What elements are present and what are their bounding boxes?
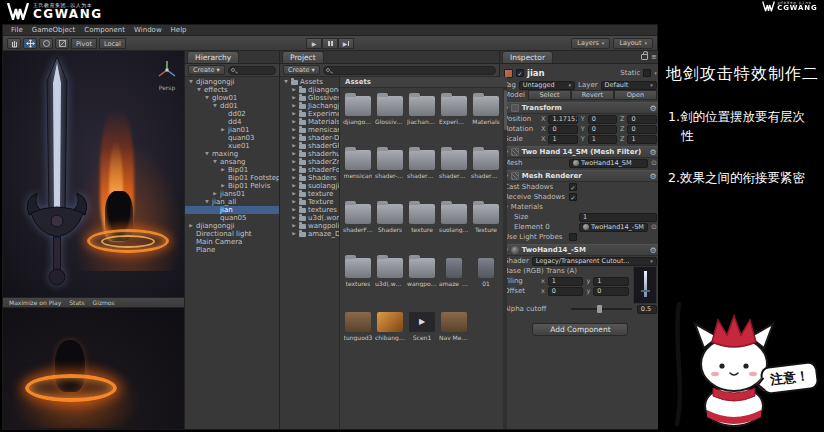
receive-shadows-checkbox[interactable]: ✓ xyxy=(569,193,577,201)
foldout-icon[interactable]: ▶ xyxy=(291,190,297,198)
y-field[interactable]: 1 xyxy=(588,135,617,144)
play-button[interactable]: ▶ xyxy=(306,38,322,49)
asset-item[interactable]: chibangna... xyxy=(375,308,405,360)
hierarchy-item[interactable]: ▼ effects xyxy=(185,86,279,94)
foldout-icon[interactable]: ▶ xyxy=(291,86,297,94)
asset-item[interactable]: Nav MeshA... xyxy=(439,308,469,360)
foldout-icon[interactable]: ▶ xyxy=(291,222,297,230)
hierarchy-item[interactable]: ▼ maxing xyxy=(185,150,279,158)
hierarchy-item[interactable]: quan05 xyxy=(185,214,279,222)
project-tree-item[interactable]: ▶ shaderGlo xyxy=(280,142,339,150)
project-tree-item[interactable]: ▶ JiachangjeG xyxy=(280,102,339,110)
asset-item[interactable]: shaderZme... xyxy=(471,146,501,198)
project-tree-item[interactable]: ▶ djiangongji xyxy=(280,86,339,94)
x-field[interactable]: 0 xyxy=(548,287,584,296)
hierarchy-item[interactable]: Main Camera xyxy=(185,238,279,246)
asset-item[interactable]: shader-Dis... xyxy=(375,146,405,198)
scrollbar[interactable] xyxy=(503,88,507,429)
y-field[interactable]: 0 xyxy=(593,287,629,296)
hierarchy-search-input[interactable] xyxy=(228,66,276,75)
project-tree-item[interactable]: ▶ shaderZme xyxy=(280,158,339,166)
object-picker-icon[interactable]: ⊙ xyxy=(651,159,657,167)
foldout-icon[interactable]: ▶ xyxy=(212,190,218,198)
model-button[interactable]: Open xyxy=(614,90,657,100)
asset-item[interactable]: mensican xyxy=(343,146,373,198)
transform-component-header[interactable]: ▼ Transform ⚙ xyxy=(500,102,661,114)
foldout-icon[interactable]: ▼ xyxy=(204,198,210,206)
alpha-cutoff-slider[interactable] xyxy=(571,308,632,310)
asset-item[interactable]: 01 xyxy=(471,254,501,306)
shader-dropdown[interactable]: Legacy/Transparent Cutout...▾ xyxy=(532,257,657,266)
foldout-icon[interactable]: ▶ xyxy=(291,94,297,102)
scene-view[interactable]: Persp xyxy=(3,51,184,297)
x-field[interactable]: 1.171512 xyxy=(548,115,577,124)
material-header[interactable]: ▼ TwoHand14_-SM ⚙ xyxy=(500,244,661,256)
hierarchy-item[interactable]: jian xyxy=(185,206,279,214)
asset-item[interactable]: texture xyxy=(407,200,437,252)
move-tool-button[interactable] xyxy=(23,38,37,49)
gear-icon[interactable]: ⚙ xyxy=(650,172,657,181)
project-tree-item[interactable]: ▶ textures xyxy=(280,206,339,214)
asset-item[interactable]: shaderForge xyxy=(343,200,373,252)
project-tree-item[interactable]: ▶ Materials xyxy=(280,118,339,126)
mesh-filter-component-header[interactable]: ▼ Two Hand 14_SM (Mesh Filter) ⚙ xyxy=(500,146,661,158)
project-tree-item[interactable]: ▶ shaderForge xyxy=(280,166,339,174)
foldout-icon[interactable]: ▶ xyxy=(291,182,297,190)
asset-item[interactable]: shaderhud... xyxy=(439,146,469,198)
foldout-icon[interactable]: ▶ xyxy=(291,230,297,238)
hierarchy-item[interactable]: Bip01 Footsteps xyxy=(185,174,279,182)
hierarchy-item[interactable]: dd4 xyxy=(185,118,279,126)
foldout-icon[interactable]: ▶ xyxy=(291,166,297,174)
hierarchy-item[interactable]: ▶ Bip01 xyxy=(185,166,279,174)
asset-item[interactable]: djiangongji xyxy=(343,92,373,144)
hand-tool-button[interactable] xyxy=(7,38,21,49)
rotate-tool-button[interactable] xyxy=(39,38,53,49)
hierarchy-item[interactable]: Plane xyxy=(185,246,279,254)
create-button[interactable]: Create▾ xyxy=(283,65,320,75)
menu-item[interactable]: File xyxy=(11,26,23,34)
tab-inspector[interactable]: Inspector xyxy=(502,51,553,63)
layout-dropdown[interactable]: Layout▾ xyxy=(613,38,653,49)
tag-dropdown[interactable]: Untagged▾ xyxy=(519,81,575,90)
foldout-icon[interactable]: ▶ xyxy=(291,198,297,206)
active-checkbox[interactable]: ✓ xyxy=(516,69,524,77)
asset-item[interactable]: textures xyxy=(343,254,373,306)
foldout-icon[interactable]: ▶ xyxy=(291,214,297,222)
step-button[interactable]: ▶ xyxy=(338,38,354,49)
foldout-icon[interactable]: ▶ xyxy=(291,142,297,150)
project-tree-item[interactable]: ▶ shader-Dis xyxy=(280,134,339,142)
foldout-icon[interactable]: ▶ xyxy=(291,206,297,214)
foldout-icon[interactable]: ▶ xyxy=(291,134,297,142)
game-toolbar-item[interactable]: Stats xyxy=(69,299,84,306)
asset-item[interactable]: Scen1 xyxy=(407,308,437,360)
menu-item[interactable]: Window xyxy=(134,26,162,34)
x-field[interactable]: 1 xyxy=(548,135,577,144)
cast-shadows-checkbox[interactable]: ✓ xyxy=(569,183,577,191)
asset-item[interactable]: Texture xyxy=(471,200,501,252)
project-tree-item[interactable]: ▶ amaze_Dr xyxy=(280,230,339,238)
hierarchy-item[interactable]: ▶ jians01 xyxy=(185,190,279,198)
menu-item[interactable]: GameObject xyxy=(32,26,76,34)
foldout-icon[interactable]: ▶ xyxy=(291,150,297,158)
mesh-object-field[interactable]: TwoHand14_SM xyxy=(569,159,648,168)
asset-item[interactable]: amaze_Dr... xyxy=(439,254,469,306)
asset-item[interactable]: ExperimeM... xyxy=(439,92,469,144)
foldout-icon[interactable]: ▶ xyxy=(220,182,226,190)
hierarchy-item[interactable]: ▶ jian01 xyxy=(185,126,279,134)
mesh-renderer-component-header[interactable]: ▼ Mesh Renderer ⚙ xyxy=(500,170,661,182)
project-tree-item[interactable]: ▶ Shaders xyxy=(280,174,339,182)
asset-item[interactable]: suolangjioh... xyxy=(439,200,469,252)
foldout-icon[interactable]: ▶ xyxy=(291,158,297,166)
z-field[interactable]: 0 xyxy=(627,115,656,124)
project-tree-item[interactable]: ▶ suolangjioh xyxy=(280,182,339,190)
gear-icon[interactable]: ⚙ xyxy=(650,148,657,157)
layers-dropdown[interactable]: Layers▾ xyxy=(571,38,610,49)
gear-icon[interactable]: ⚙ xyxy=(650,246,657,255)
foldout-icon[interactable]: ▼ xyxy=(283,78,289,86)
foldout-icon[interactable]: ▶ xyxy=(188,222,194,230)
materials-size-field[interactable]: 1 xyxy=(579,213,657,222)
hierarchy-item[interactable]: ▼ djiangongji xyxy=(185,78,279,86)
layer-dropdown[interactable]: Default▾ xyxy=(601,81,657,90)
y-field[interactable]: 0 xyxy=(588,115,617,124)
asset-item[interactable]: Shaders xyxy=(375,200,405,252)
